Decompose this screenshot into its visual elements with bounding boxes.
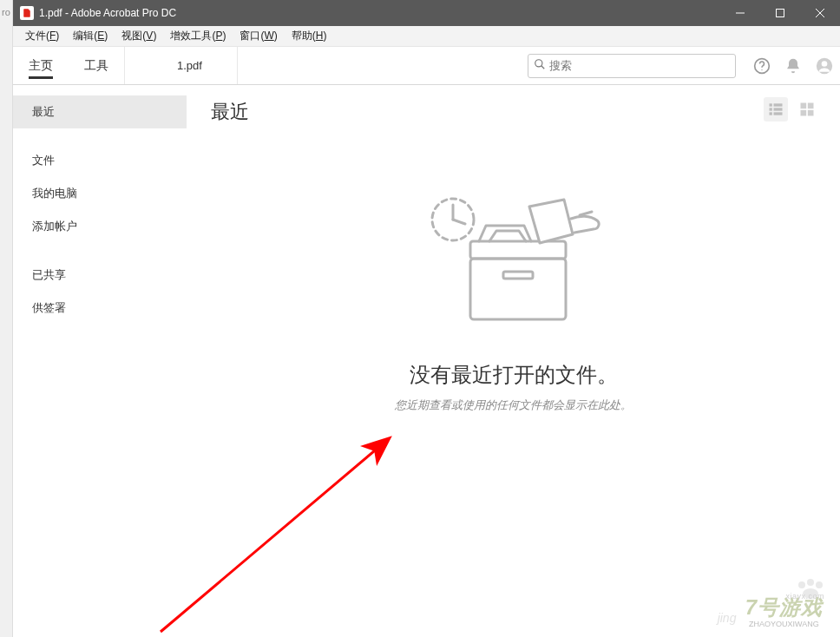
cropped-left-edge: ro [0, 0, 13, 637]
svg-point-7 [761, 69, 762, 69]
svg-rect-12 [770, 108, 772, 110]
menu-window[interactable]: 窗口(W) [233, 26, 284, 46]
menu-file[interactable]: 文件(F) [18, 26, 66, 46]
svg-rect-23 [470, 259, 566, 319]
menu-bar: 文件(F) 编辑(E) 视图(V) 增效工具(P) 窗口(W) 帮助(H) [13, 26, 840, 47]
sidebar-item-my-computer[interactable]: 我的电脑 [13, 177, 187, 210]
empty-state-subtitle: 您近期查看或使用的任何文件都会显示在此处。 [395, 397, 632, 413]
sidebar: 最近 文件 我的电脑 添加帐户 已共享 供签署 [13, 85, 187, 637]
svg-line-22 [453, 220, 465, 224]
svg-rect-1 [777, 10, 784, 17]
menu-edit[interactable]: 编辑(E) [66, 26, 115, 46]
empty-state-title: 没有最近打开的文件。 [410, 361, 618, 389]
sidebar-item-for-signature[interactable]: 供签署 [13, 292, 187, 325]
svg-point-4 [535, 59, 542, 66]
notifications-button[interactable] [778, 47, 809, 84]
svg-rect-18 [801, 110, 807, 116]
search-input[interactable] [549, 59, 730, 72]
help-button[interactable] [746, 47, 778, 84]
search-icon [534, 58, 549, 74]
acrobat-app-icon [20, 6, 34, 20]
svg-rect-10 [770, 103, 772, 106]
menu-help[interactable]: 帮助(H) [285, 26, 334, 46]
title-bar: 1.pdf - Adobe Acrobat Pro DC [13, 0, 840, 26]
sidebar-item-recent[interactable]: 最近 [13, 95, 187, 128]
svg-rect-13 [774, 108, 783, 110]
page-title: 最近 [211, 99, 816, 125]
minimize-button[interactable] [720, 0, 760, 26]
svg-point-9 [822, 61, 828, 67]
sidebar-item-files[interactable]: 文件 [13, 144, 187, 177]
watermark: xiayx.com jing 7号游戏 ZHAOYOUXIWANG [745, 594, 823, 628]
svg-point-27 [798, 581, 805, 588]
svg-line-26 [161, 441, 386, 632]
maximize-button[interactable] [760, 0, 800, 26]
search-box[interactable] [528, 54, 736, 78]
svg-rect-11 [774, 103, 783, 106]
svg-point-29 [816, 581, 823, 588]
content-area: 最近 文件 我的电脑 添加帐户 已共享 供签署 最近 [13, 85, 840, 637]
document-tab[interactable]: 1.pdf [124, 47, 238, 84]
toolbar: 主页 工具 1.pdf [13, 47, 840, 85]
menu-view[interactable]: 视图(V) [115, 26, 163, 46]
svg-rect-17 [808, 103, 814, 109]
menu-plugins[interactable]: 增效工具(P) [163, 26, 233, 46]
empty-state: 没有最近打开的文件。 您近期查看或使用的任何文件都会显示在此处。 [187, 189, 840, 413]
close-button[interactable] [800, 0, 840, 26]
grid-view-button[interactable] [795, 97, 819, 121]
account-button[interactable] [809, 47, 840, 84]
svg-rect-14 [770, 112, 772, 115]
tab-home[interactable]: 主页 [13, 47, 69, 84]
application-window: 1.pdf - Adobe Acrobat Pro DC 文件(F) 编辑(E)… [13, 0, 840, 637]
tab-tools[interactable]: 工具 [69, 47, 124, 84]
empty-state-illustration-icon [418, 189, 609, 340]
svg-rect-25 [503, 272, 533, 279]
sidebar-item-add-account[interactable]: 添加帐户 [13, 210, 187, 243]
svg-rect-15 [774, 112, 783, 115]
list-view-button[interactable] [764, 97, 788, 121]
svg-rect-24 [470, 241, 566, 259]
svg-rect-19 [808, 110, 814, 116]
svg-point-28 [807, 579, 814, 586]
view-toggle-group [764, 97, 819, 121]
window-title: 1.pdf - Adobe Acrobat Pro DC [39, 7, 176, 19]
sidebar-item-shared[interactable]: 已共享 [13, 259, 187, 292]
main-panel: 最近 [187, 85, 840, 637]
svg-rect-16 [801, 103, 807, 109]
svg-line-5 [541, 65, 545, 69]
